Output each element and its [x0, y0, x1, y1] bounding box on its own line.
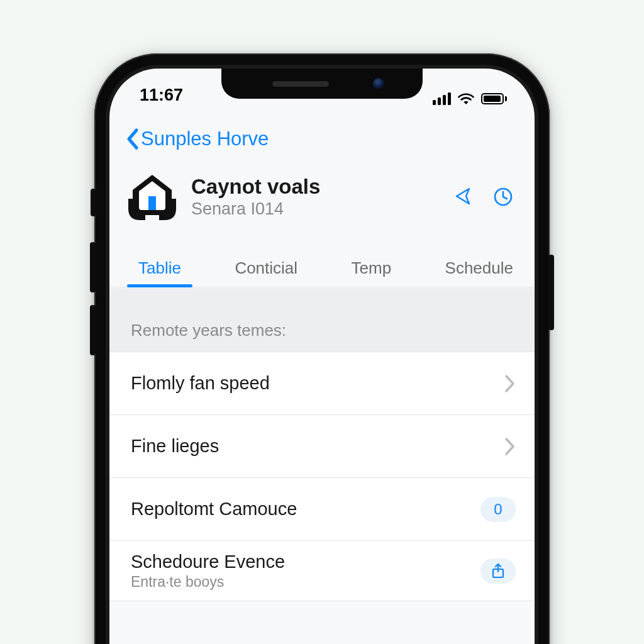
page-subtitle: Senara I014: [191, 199, 455, 219]
chevron-right-icon: [504, 374, 516, 393]
phone-power-button: [548, 255, 554, 330]
tab-tablie[interactable]: Tablie: [135, 258, 185, 287]
page-header: Caynot voals Senara I014: [126, 170, 518, 223]
send-icon[interactable]: [455, 187, 472, 206]
clock-icon[interactable]: [493, 187, 513, 207]
back-label: Sunples Horve: [141, 128, 269, 150]
svg-marker-1: [457, 189, 469, 204]
share-button[interactable]: [480, 558, 516, 584]
row-label: Repoltomt Camouce: [131, 499, 480, 519]
chevron-right-icon: [504, 437, 516, 456]
settings-list: Flomly fan speed Fine lieges: [109, 352, 535, 601]
battery-icon: [481, 93, 507, 104]
phone-silence-switch: [91, 189, 96, 216]
row-label: Schedoure Evence: [131, 552, 480, 572]
tab-schedule[interactable]: Schedule: [441, 258, 517, 287]
device-home-icon: [126, 170, 179, 223]
tab-temp[interactable]: Temp: [348, 258, 396, 287]
screen: 11:67: [109, 69, 535, 644]
status-time: 11:67: [140, 86, 183, 105]
phone-volume-down: [90, 305, 96, 355]
tab-conticial[interactable]: Conticial: [231, 258, 301, 287]
page-title: Caynot voals: [191, 175, 455, 199]
back-button[interactable]: Sunples Horve: [126, 128, 269, 150]
cellular-icon: [433, 92, 451, 105]
phone-speaker: [272, 81, 329, 87]
phone-front-camera: [373, 78, 384, 89]
row-label: Flomly fan speed: [131, 373, 504, 394]
list-item[interactable]: Flomly fan speed: [109, 352, 535, 415]
phone-frame: 11:67: [94, 53, 550, 644]
row-sublabel: Entra·te booys: [131, 574, 480, 591]
phone-notch: [221, 69, 423, 99]
phone-volume-up: [90, 242, 96, 292]
list-item[interactable]: Repoltomt Camouce 0: [109, 478, 535, 541]
section-header: Remote years temes:: [109, 288, 535, 352]
tab-bar: Tablie Conticial Temp Schedule: [109, 251, 535, 287]
list-item[interactable]: Schedoure Evence Entra·te booys: [109, 541, 535, 601]
section-title: Remote years temes:: [131, 321, 286, 340]
row-label: Fine lieges: [131, 436, 504, 457]
wifi-icon: [457, 92, 475, 105]
chevron-left-icon: [126, 128, 140, 150]
count-badge: 0: [480, 497, 516, 522]
svg-rect-0: [148, 196, 156, 210]
list-item[interactable]: Fine lieges: [109, 415, 535, 478]
